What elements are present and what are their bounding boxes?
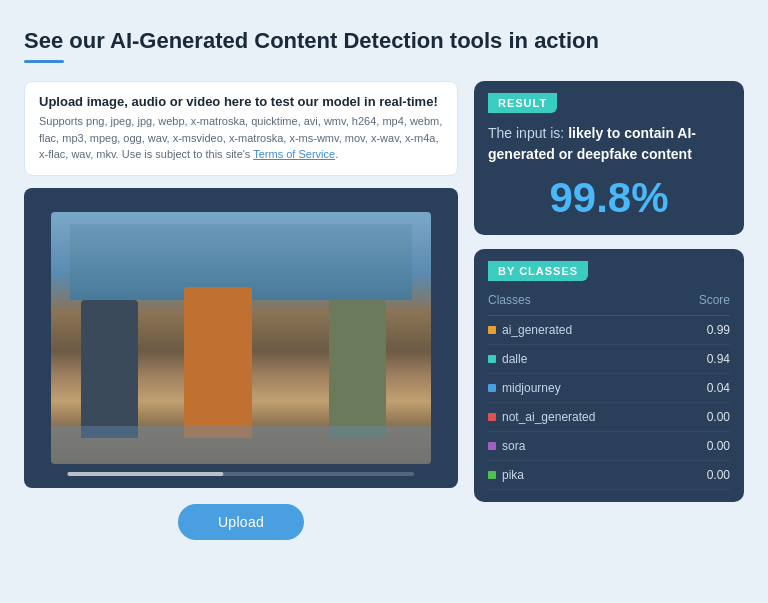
right-panel: RESULT The input is: likely to contain A… xyxy=(474,81,744,502)
class-name: not_ai_generated xyxy=(502,410,595,424)
class-name-cell: not_ai_generated xyxy=(488,403,675,432)
table-row: dalle0.94 xyxy=(488,345,730,374)
class-score: 0.99 xyxy=(675,316,730,345)
class-color-dot xyxy=(488,384,496,392)
class-name: sora xyxy=(502,439,525,453)
table-row: ai_generated0.99 xyxy=(488,316,730,345)
table-row: not_ai_generated0.00 xyxy=(488,403,730,432)
result-badge: RESULT xyxy=(488,93,557,113)
table-row: sora0.00 xyxy=(488,432,730,461)
classes-card: BY CLASSES Classes Score ai_generated0.9… xyxy=(474,249,744,502)
upload-btn-wrapper: Upload xyxy=(24,504,458,540)
class-name: ai_generated xyxy=(502,323,572,337)
table-row: midjourney0.04 xyxy=(488,374,730,403)
result-text-prefix: The input is: xyxy=(488,125,568,141)
upload-button[interactable]: Upload xyxy=(178,504,304,540)
title-underline xyxy=(24,60,64,63)
page-title: See our AI-Generated Content Detection t… xyxy=(24,28,744,54)
progress-bar-container xyxy=(67,472,414,476)
class-name-cell: sora xyxy=(488,432,675,461)
class-color-dot xyxy=(488,355,496,363)
class-name: pika xyxy=(502,468,524,482)
class-score: 0.00 xyxy=(675,461,730,490)
uploaded-image xyxy=(51,212,432,464)
classes-table-wrapper[interactable]: Classes Score ai_generated0.99dalle0.94m… xyxy=(474,289,744,502)
class-score: 0.94 xyxy=(675,345,730,374)
result-percentage: 99.8% xyxy=(474,169,744,235)
class-color-dot xyxy=(488,326,496,334)
table-row: pika0.00 xyxy=(488,461,730,490)
class-name: midjourney xyxy=(502,381,561,395)
classes-table: Classes Score ai_generated0.99dalle0.94m… xyxy=(488,289,730,490)
class-color-dot xyxy=(488,471,496,479)
upload-notice-title: Upload image, audio or video here to tes… xyxy=(39,94,443,109)
class-name-cell: dalle xyxy=(488,345,675,374)
classes-badge: BY CLASSES xyxy=(488,261,588,281)
class-score: 0.04 xyxy=(675,374,730,403)
progress-bar-fill xyxy=(67,472,223,476)
result-text: The input is: likely to contain AI-gener… xyxy=(474,123,744,169)
figure-right xyxy=(329,300,386,439)
figure-left xyxy=(81,300,138,439)
upload-notice: Upload image, audio or video here to tes… xyxy=(24,81,458,176)
class-score: 0.00 xyxy=(675,432,730,461)
class-name: dalle xyxy=(502,352,527,366)
class-name-cell: midjourney xyxy=(488,374,675,403)
terms-link[interactable]: Terms of Service xyxy=(253,148,335,160)
class-name-cell: ai_generated xyxy=(488,316,675,345)
col-header-classes: Classes xyxy=(488,289,675,316)
main-content: Upload image, audio or video here to tes… xyxy=(24,81,744,540)
image-preview-container xyxy=(24,188,458,488)
class-name-cell: pika xyxy=(488,461,675,490)
figure-center xyxy=(184,287,253,438)
upload-notice-desc: Supports png, jpeg, jpg, webp, x-matrosk… xyxy=(39,113,443,163)
result-card: RESULT The input is: likely to contain A… xyxy=(474,81,744,235)
left-panel: Upload image, audio or video here to tes… xyxy=(24,81,458,540)
image-preview-inner xyxy=(24,188,458,488)
class-color-dot xyxy=(488,413,496,421)
class-score: 0.00 xyxy=(675,403,730,432)
class-color-dot xyxy=(488,442,496,450)
col-header-score: Score xyxy=(675,289,730,316)
page-wrapper: See our AI-Generated Content Detection t… xyxy=(0,0,768,564)
